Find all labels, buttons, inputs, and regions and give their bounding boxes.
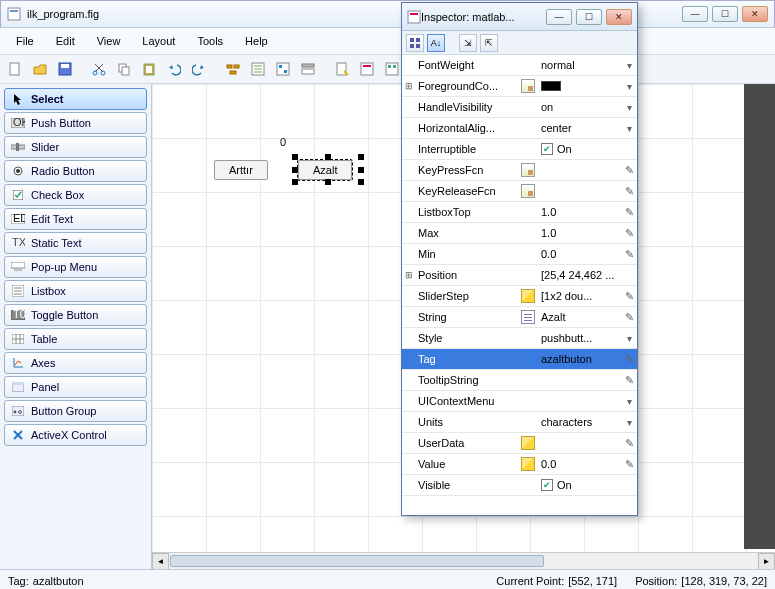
minimize-button[interactable]: — bbox=[682, 6, 708, 22]
close-button[interactable]: ✕ bbox=[742, 6, 768, 22]
prop-value-cell[interactable]: on bbox=[538, 101, 621, 113]
pencil-icon[interactable] bbox=[625, 206, 634, 219]
toolbar-editor-icon[interactable] bbox=[297, 58, 319, 80]
menu-edit[interactable]: Edit bbox=[46, 32, 85, 50]
prop-value-cell[interactable]: 1.0 bbox=[538, 227, 621, 239]
open-icon[interactable] bbox=[29, 58, 51, 80]
palette-slider[interactable]: Slider bbox=[4, 136, 147, 158]
prop-row-userdata[interactable]: UserData bbox=[402, 433, 637, 454]
palette-activex-control[interactable]: ActiveX Control bbox=[4, 424, 147, 446]
dropdown-icon[interactable] bbox=[627, 395, 632, 407]
checkbox-icon[interactable]: ✔ bbox=[541, 143, 553, 155]
prop-row-value[interactable]: Value0.0 bbox=[402, 454, 637, 475]
prop-row-position[interactable]: ⊞Position[25,4 24,462 ... bbox=[402, 265, 637, 286]
dropdown-icon[interactable] bbox=[627, 416, 632, 428]
pencil-icon[interactable] bbox=[625, 437, 634, 450]
collapse-icon[interactable]: ⇱ bbox=[480, 34, 498, 52]
edit-callback-icon[interactable] bbox=[521, 184, 535, 198]
expand-toggle[interactable]: ⊞ bbox=[402, 270, 416, 280]
scroll-right-icon[interactable]: ► bbox=[758, 553, 775, 569]
palette-toggle-button[interactable]: T0LToggle Button bbox=[4, 304, 147, 326]
menu-layout[interactable]: Layout bbox=[132, 32, 185, 50]
palette-radio-button[interactable]: Radio Button bbox=[4, 160, 147, 182]
prop-row-horizontalalig[interactable]: HorizontalAlig...center bbox=[402, 118, 637, 139]
prop-value-input[interactable] bbox=[541, 353, 618, 365]
palette-push-button[interactable]: OKPush Button bbox=[4, 112, 147, 134]
prop-value-cell[interactable]: [25,4 24,462 ... bbox=[538, 269, 621, 281]
pencil-icon[interactable] bbox=[625, 248, 634, 261]
menu-help[interactable]: Help bbox=[235, 32, 278, 50]
palette-edit-text[interactable]: ED|TEdit Text bbox=[4, 208, 147, 230]
prop-value-cell[interactable]: pushbutt... bbox=[538, 332, 621, 344]
inspector-maximize-button[interactable]: ☐ bbox=[576, 9, 602, 25]
selection-handles[interactable] bbox=[295, 157, 361, 182]
prop-row-min[interactable]: Min0.0 bbox=[402, 244, 637, 265]
prop-value-cell[interactable]: ✔ On bbox=[538, 143, 621, 155]
prop-row-fontweight[interactable]: FontWeightnormal bbox=[402, 55, 637, 76]
palette-panel[interactable]: Panel bbox=[4, 376, 147, 398]
matrix-icon[interactable] bbox=[521, 457, 535, 471]
menu-editor-icon[interactable] bbox=[247, 58, 269, 80]
prop-row-max[interactable]: Max1.0 bbox=[402, 223, 637, 244]
dropdown-icon[interactable] bbox=[627, 122, 632, 134]
paste-icon[interactable] bbox=[138, 58, 160, 80]
pencil-icon[interactable] bbox=[625, 458, 634, 471]
pencil-icon[interactable] bbox=[625, 353, 634, 366]
dropdown-icon[interactable] bbox=[627, 80, 632, 92]
prop-row-tooltipstring[interactable]: TooltipString bbox=[402, 370, 637, 391]
prop-value-cell[interactable]: 0.0 bbox=[538, 458, 621, 470]
prop-value-cell[interactable]: characters bbox=[538, 416, 621, 428]
prop-row-handlevisibility[interactable]: HandleVisibilityon bbox=[402, 97, 637, 118]
property-inspector-icon[interactable] bbox=[356, 58, 378, 80]
static-text-zero[interactable]: 0 bbox=[280, 136, 286, 148]
prop-value-cell[interactable]: [1x2 dou... bbox=[538, 290, 621, 302]
align-icon[interactable] bbox=[222, 58, 244, 80]
canvas-button-arttir[interactable]: Arttır bbox=[214, 160, 268, 180]
copy-icon[interactable] bbox=[113, 58, 135, 80]
matrix-icon[interactable] bbox=[521, 289, 535, 303]
palette-check-box[interactable]: Check Box bbox=[4, 184, 147, 206]
prop-row-string[interactable]: StringAzalt bbox=[402, 307, 637, 328]
palette-listbox[interactable]: Listbox bbox=[4, 280, 147, 302]
prop-row-sliderstep[interactable]: SliderStep[1x2 dou... bbox=[402, 286, 637, 307]
editor-icon[interactable] bbox=[331, 58, 353, 80]
prop-row-interruptible[interactable]: Interruptible✔ On bbox=[402, 139, 637, 160]
tab-order-icon[interactable] bbox=[272, 58, 294, 80]
dropdown-icon[interactable] bbox=[627, 332, 632, 344]
string-editor-icon[interactable] bbox=[521, 310, 535, 324]
save-icon[interactable] bbox=[54, 58, 76, 80]
prop-value-cell[interactable] bbox=[538, 353, 621, 365]
redo-icon[interactable] bbox=[188, 58, 210, 80]
prop-value-cell[interactable] bbox=[538, 81, 621, 91]
checkbox-icon[interactable]: ✔ bbox=[541, 479, 553, 491]
new-icon[interactable] bbox=[4, 58, 26, 80]
inspector-close-button[interactable]: ✕ bbox=[606, 9, 632, 25]
expand-toggle[interactable]: ⊞ bbox=[402, 81, 416, 91]
object-browser-icon[interactable] bbox=[381, 58, 403, 80]
prop-value-cell[interactable]: 0.0 bbox=[538, 248, 621, 260]
palette-table[interactable]: Table bbox=[4, 328, 147, 350]
palette-button-group[interactable]: Button Group bbox=[4, 400, 147, 422]
alphabetize-icon[interactable]: A↓ bbox=[427, 34, 445, 52]
horizontal-scrollbar[interactable]: ◄ ► bbox=[152, 552, 775, 569]
matrix-icon[interactable] bbox=[521, 436, 535, 450]
categorize-icon[interactable] bbox=[406, 34, 424, 52]
palette-pop-up-menu[interactable]: Pop-up Menu bbox=[4, 256, 147, 278]
prop-value-cell[interactable]: 1.0 bbox=[538, 206, 621, 218]
pencil-icon[interactable] bbox=[625, 290, 634, 303]
prop-row-keyreleasefcn[interactable]: KeyReleaseFcn bbox=[402, 181, 637, 202]
pencil-icon[interactable] bbox=[625, 185, 634, 198]
prop-row-visible[interactable]: Visible✔ On bbox=[402, 475, 637, 496]
expand-icon[interactable]: ⇲ bbox=[459, 34, 477, 52]
prop-row-style[interactable]: Stylepushbutt... bbox=[402, 328, 637, 349]
dropdown-icon[interactable] bbox=[627, 101, 632, 113]
menu-tools[interactable]: Tools bbox=[187, 32, 233, 50]
maximize-button[interactable]: ☐ bbox=[712, 6, 738, 22]
scroll-left-icon[interactable]: ◄ bbox=[152, 553, 169, 569]
prop-value-cell[interactable]: center bbox=[538, 122, 621, 134]
prop-value-cell[interactable]: ✔ On bbox=[538, 479, 621, 491]
prop-row-keypressfcn[interactable]: KeyPressFcn bbox=[402, 160, 637, 181]
menu-view[interactable]: View bbox=[87, 32, 131, 50]
pencil-icon[interactable] bbox=[625, 227, 634, 240]
palette-static-text[interactable]: TXTStatic Text bbox=[4, 232, 147, 254]
